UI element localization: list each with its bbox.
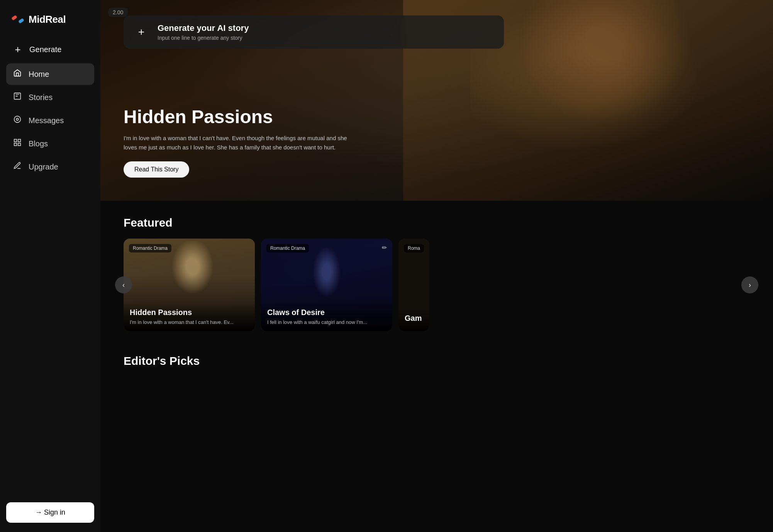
banner-title: Generate your AI story: [158, 23, 249, 33]
featured-card-1[interactable]: Romantic Drama Hidden Passions I'm in lo…: [124, 239, 255, 331]
svg-rect-8: [18, 143, 20, 146]
generate-banner[interactable]: + Generate your AI story Input one line …: [124, 15, 504, 49]
editors-picks-section: Editor's Picks: [100, 347, 773, 400]
version-badge: 2.00: [108, 8, 128, 17]
card-2-badge: Romantic Drama: [266, 244, 309, 252]
svg-rect-6: [18, 139, 20, 142]
sidebar: MidReal + Generate Home Stories: [0, 0, 100, 532]
logo: MidReal: [6, 9, 94, 29]
svg-rect-5: [14, 139, 17, 142]
sidebar-item-upgrade[interactable]: Upgrade: [6, 156, 94, 178]
plus-icon: +: [12, 44, 23, 55]
svg-rect-0: [11, 15, 17, 21]
stories-icon: [12, 92, 22, 103]
sign-in-button[interactable]: → Sign in: [6, 502, 94, 523]
home-label: Home: [29, 70, 49, 79]
featured-card-3-partial[interactable]: Roma Gam: [398, 239, 429, 331]
stories-label: Stories: [29, 93, 53, 102]
carousel-prev-button[interactable]: ‹: [115, 276, 132, 293]
featured-carousel: ‹ Romantic Drama Hidden Passions I'm in …: [124, 239, 750, 331]
card-3-bottom: Gam: [398, 308, 429, 331]
hero-description: I'm in love with a woman that I can't ha…: [124, 134, 355, 152]
card-1-bottom: Hidden Passions I'm in love with a woman…: [124, 302, 255, 331]
banner-plus-icon: +: [133, 24, 150, 41]
blogs-label: Blogs: [29, 139, 48, 148]
hero-content: Hidden Passions I'm in love with a woman…: [124, 107, 470, 178]
card-2-desc: I fell in love with a waifu catgirl and …: [267, 319, 386, 325]
read-story-button[interactable]: Read This Story: [124, 161, 189, 178]
card-1-title: Hidden Passions: [130, 308, 249, 317]
logo-text: MidReal: [29, 14, 66, 25]
featured-card-2[interactable]: Romantic Drama ✏ Claws of Desire I fell …: [261, 239, 392, 331]
messages-icon: [12, 115, 22, 126]
svg-point-3: [14, 116, 21, 123]
sidebar-item-messages[interactable]: Messages: [6, 110, 94, 131]
blogs-icon: [12, 138, 22, 149]
carousel-track: Romantic Drama Hidden Passions I'm in lo…: [124, 239, 750, 331]
card-2-edit-icon[interactable]: ✏: [382, 244, 387, 251]
home-icon: [12, 69, 22, 80]
featured-section: Featured ‹ Romantic Drama Hidden Passion…: [100, 201, 773, 347]
messages-label: Messages: [29, 116, 64, 125]
carousel-next-button[interactable]: ›: [741, 276, 758, 293]
editors-picks-title: Editor's Picks: [124, 354, 750, 368]
card-2-title: Claws of Desire: [267, 308, 386, 317]
upgrade-icon: [12, 161, 22, 172]
sidebar-item-home[interactable]: Home: [6, 63, 94, 85]
svg-rect-1: [18, 18, 24, 24]
upgrade-label: Upgrade: [29, 163, 58, 171]
hero-title: Hidden Passions: [124, 107, 470, 127]
svg-rect-7: [14, 143, 17, 146]
main-content: 2.00 + Generate your AI story Input one …: [100, 0, 773, 532]
sidebar-item-stories[interactable]: Stories: [6, 86, 94, 108]
sidebar-item-generate[interactable]: + Generate: [6, 39, 94, 60]
card-2-bottom: Claws of Desire I fell in love with a wa…: [261, 302, 392, 331]
logo-icon: [11, 12, 25, 26]
svg-point-4: [16, 118, 19, 120]
featured-title: Featured: [124, 216, 750, 229]
card-1-desc: I'm in love with a woman that I can't ha…: [130, 319, 249, 325]
banner-subtitle: Input one line to generate any story: [158, 35, 249, 41]
generate-label: Generate: [29, 45, 61, 54]
hero-section: 2.00 + Generate your AI story Input one …: [100, 0, 773, 201]
card-3-title: Gam: [405, 314, 423, 323]
card-1-badge: Romantic Drama: [129, 244, 171, 252]
sidebar-item-blogs[interactable]: Blogs: [6, 133, 94, 154]
card-3-badge: Roma: [404, 244, 424, 252]
banner-text: Generate your AI story Input one line to…: [158, 23, 249, 41]
